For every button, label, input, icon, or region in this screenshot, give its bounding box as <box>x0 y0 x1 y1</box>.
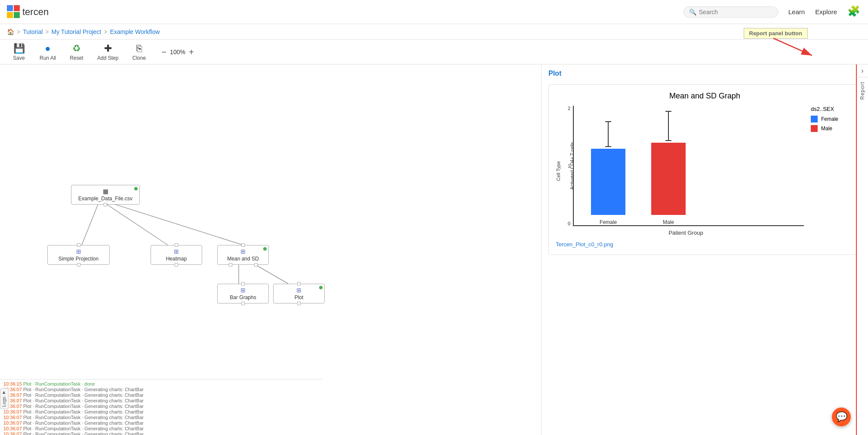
node-connector-top <box>297 282 301 285</box>
breadcrumb-tutorial[interactable]: Tutorial <box>23 28 43 35</box>
log-line: 10:36:07 Plot · RunComputationTask · Gen… <box>3 404 319 409</box>
error-bar-top-male <box>668 111 669 141</box>
breadcrumb: 🏠 > Tutorial > My Tutorial Project > Exa… <box>0 24 868 40</box>
node-connector-bottom <box>241 302 245 305</box>
header: tercen 🔍 Learn Explore 🧩 <box>0 0 868 24</box>
breadcrumb-current: Example Workflow <box>110 28 160 35</box>
main-area: ▦ Example_Data_File.csv ⊞ Simple Project… <box>0 64 868 435</box>
legend-item-female: Female <box>811 116 854 123</box>
bar-male <box>651 143 686 215</box>
svg-rect-3 <box>14 12 20 18</box>
svg-line-6 <box>82 202 99 245</box>
bar-chart: Female Male <box>573 106 804 226</box>
error-bar-top-female <box>608 121 609 147</box>
log-line: 10:36:07 Plot · RunComputationTask · Gen… <box>3 432 319 435</box>
search-box[interactable]: 🔍 <box>683 6 778 18</box>
report-panel-annotation: Report panel button <box>744 28 808 39</box>
save-label: Save <box>13 55 25 61</box>
node-heatmap[interactable]: ⊞ Heatmap <box>151 245 202 265</box>
node-connector-bottom <box>175 263 178 267</box>
node-connector-top <box>241 243 245 247</box>
logs-panel: 10:36:15 Plot · RunComputationTask · don… <box>0 379 323 435</box>
node-simple-projection[interactable]: ⊞ Simple Projection <box>47 245 110 265</box>
svg-rect-2 <box>7 12 13 18</box>
legend-label-male: Male <box>821 126 832 132</box>
chat-icon: 💬 <box>836 411 847 423</box>
run-icon: ● <box>45 43 50 54</box>
run-all-button[interactable]: ● Run All <box>34 41 61 63</box>
logs-tab[interactable]: Logs ▼ <box>0 388 9 409</box>
save-icon: 💾 <box>13 43 25 54</box>
log-line: 10:36:07 Plot · RunComputationTask · Gen… <box>3 392 319 398</box>
learn-link[interactable]: Learn <box>788 8 805 15</box>
zoom-in-button[interactable]: + <box>189 48 194 56</box>
bar-label-female: Female <box>600 219 617 225</box>
chat-button[interactable]: 💬 <box>832 407 851 426</box>
node-plot[interactable]: ⊞ Plot <box>273 284 325 303</box>
explore-link[interactable]: Explore <box>815 8 837 15</box>
zoom-out-button[interactable]: − <box>161 48 166 56</box>
log-line: 10:36:07 Plot · RunComputationTask · Gen… <box>3 420 319 426</box>
plot-card: Mean and SD Graph Cell Type 2 1 0 <box>548 84 861 255</box>
run-label: Run All <box>40 55 56 61</box>
zoom-level: 100% <box>170 49 185 55</box>
bar-group-male: Male <box>651 111 686 225</box>
node-connector-bottom <box>77 263 80 267</box>
chart-title: Mean and SD Graph <box>556 92 854 101</box>
report-tab-label: Report <box>859 82 865 100</box>
workflow-canvas[interactable]: ▦ Example_Data_File.csv ⊞ Simple Project… <box>0 64 541 435</box>
log-line: 10:36:07 Plot · RunComputationTask · Gen… <box>3 387 319 392</box>
legend-color-male <box>811 125 818 132</box>
bar-female <box>591 149 625 215</box>
bar-group-female: Female <box>591 121 625 225</box>
logo-icon <box>7 5 21 19</box>
report-tab-chevron[interactable]: › <box>856 64 868 77</box>
reset-button[interactable]: ♻ Reset <box>65 41 89 63</box>
node-connector-top <box>77 243 80 247</box>
log-line: 10:36:07 Plot · RunComputationTask · Gen… <box>3 415 319 420</box>
breadcrumb-project[interactable]: My Tutorial Project <box>52 28 102 35</box>
legend-label-female: Female <box>821 116 838 122</box>
svg-line-7 <box>103 202 168 245</box>
plot-area: Mean and SD Graph Cell Type 2 1 0 <box>542 81 868 435</box>
chart-legend: ds2..SEX Female Male <box>811 106 854 135</box>
logo-text: tercen <box>22 6 49 18</box>
legend-item-male: Male <box>811 125 854 132</box>
chart-container: Cell Type 2 1 0 Activated CD4+ T cells <box>556 106 854 236</box>
node-connector-bottom <box>104 203 107 206</box>
clone-button[interactable]: ⎘ Clone <box>127 41 151 63</box>
add-step-button[interactable]: ✚ Add Step <box>92 41 123 63</box>
svg-rect-0 <box>7 5 13 11</box>
save-button[interactable]: 💾 Save <box>7 41 31 63</box>
search-input[interactable] <box>699 9 773 15</box>
node-connector-bottom-left <box>229 263 232 267</box>
toolbar: 💾 Save ● Run All ♻ Reset ✚ Add Step ⎘ Cl… <box>0 40 868 64</box>
node-status-dot <box>263 247 267 251</box>
plot-download-link[interactable]: Tercen_Plot_c0_r0.png <box>556 241 854 248</box>
logo[interactable]: tercen <box>7 5 49 19</box>
svg-rect-1 <box>14 5 20 11</box>
bar-label-male: Male <box>663 219 674 225</box>
node-bar-graphs[interactable]: ⊞ Bar Graphs <box>217 284 269 303</box>
log-line: 10:36:15 Plot · RunComputationTask · don… <box>3 381 319 386</box>
y-outer-label: Cell Type <box>556 161 561 181</box>
clone-icon: ⎘ <box>136 43 142 54</box>
report-tab[interactable]: › Report <box>856 64 868 435</box>
clone-label: Clone <box>132 55 146 61</box>
svg-line-8 <box>108 202 243 245</box>
header-nav: Learn Explore 🧩 <box>788 5 861 19</box>
search-icon: 🔍 <box>689 9 696 15</box>
avatar[interactable]: 🧩 <box>847 5 861 19</box>
node-data-file[interactable]: ▦ Example_Data_File.csv <box>71 185 140 205</box>
node-status-dot <box>134 187 138 190</box>
log-line: 10:36:07 Plot · RunComputationTask · Gen… <box>3 409 319 414</box>
legend-title: ds2..SEX <box>811 106 854 112</box>
node-connector-top <box>241 282 245 285</box>
node-connector-bottom <box>297 302 301 305</box>
node-mean-and-sd[interactable]: ⊞ Mean and SD <box>217 245 269 265</box>
log-line: 10:36:07 Plot · RunComputationTask · Gen… <box>3 426 319 431</box>
zoom-controls: − 100% + <box>161 48 194 56</box>
panel-title: Plot <box>542 64 868 81</box>
home-icon[interactable]: 🏠 <box>7 28 14 35</box>
reset-icon: ♻ <box>72 43 81 54</box>
